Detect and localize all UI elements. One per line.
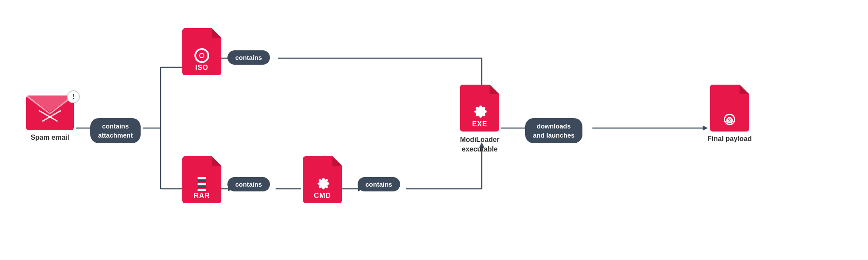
exe-node: EXE ModiLoaderexecutable <box>460 85 500 155</box>
iso-node: ISO <box>182 28 221 75</box>
rar-zip-icon <box>197 177 206 191</box>
contains-attachment-pill: containsattachment <box>90 118 141 143</box>
downloads-launches-pill: downloadsand launches <box>525 118 582 143</box>
iso-disc-icon <box>194 48 209 63</box>
contains-attachment-text: containsattachment <box>98 122 133 139</box>
exe-label: EXE <box>472 120 487 128</box>
iso-label: ISO <box>195 64 209 72</box>
rar-node: RAR <box>182 156 221 203</box>
cmd-file-shape: CMD <box>303 156 342 203</box>
exe-caption: ModiLoaderexecutable <box>460 135 500 155</box>
contains-rar-text: contains <box>235 181 262 188</box>
rar-label: RAR <box>194 192 210 200</box>
exe-gear-icon <box>471 103 488 119</box>
cmd-node: CMD <box>303 156 342 203</box>
contains-iso-text: contains <box>235 54 262 61</box>
payload-file-shape <box>710 85 749 132</box>
contains-rar-pill: contains <box>227 177 270 191</box>
downloads-launches-text: downloadsand launches <box>533 122 575 139</box>
email-envelope <box>26 95 74 130</box>
email-notification: ! <box>67 90 80 103</box>
contains-cmd-pill: contains <box>358 177 400 191</box>
cmd-gear-icon <box>315 175 330 191</box>
email-node: ! Spam email <box>26 95 74 142</box>
payload-node: Final payload <box>707 85 752 143</box>
iso-file-shape: ISO <box>182 28 221 75</box>
svg-point-23 <box>729 118 730 120</box>
exe-file-shape: EXE <box>460 85 499 132</box>
payload-caption: Final payload <box>707 135 752 143</box>
rar-file-shape: RAR <box>182 156 221 203</box>
diagram-container: ! Spam email containsattachment ISO cont… <box>0 0 868 260</box>
cmd-label: CMD <box>314 192 331 200</box>
contains-iso-pill: contains <box>227 50 270 65</box>
email-caption: Spam email <box>31 134 69 142</box>
contains-cmd-text: contains <box>365 181 392 188</box>
payload-biohazard-icon <box>722 112 737 127</box>
